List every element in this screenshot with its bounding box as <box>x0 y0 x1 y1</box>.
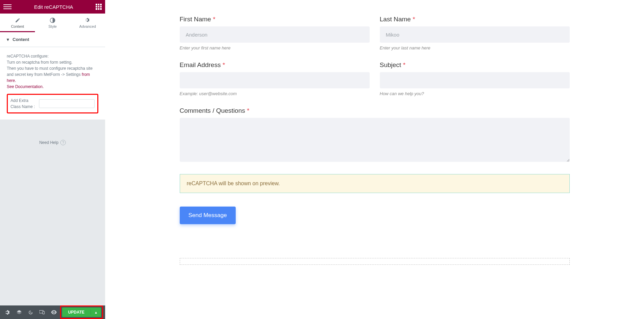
required-asterisk: * <box>247 107 249 114</box>
apps-icon[interactable] <box>96 4 102 10</box>
last-name-input[interactable] <box>380 26 570 43</box>
required-asterisk: * <box>403 61 405 68</box>
sidebar-header: Edit reCAPTCHA <box>0 0 105 14</box>
update-label: UPDATE <box>62 310 91 315</box>
tab-advanced-label: Advanced <box>79 24 96 28</box>
last-name-label: Last Name * <box>380 16 570 23</box>
navigator-icon[interactable] <box>14 305 24 319</box>
email-input[interactable] <box>180 72 370 88</box>
required-asterisk: * <box>213 16 215 23</box>
section-body: reCAPTCHA configure: Turn on recaptcha f… <box>0 47 105 120</box>
preview-icon[interactable] <box>48 305 59 319</box>
required-asterisk: * <box>222 61 225 68</box>
need-help[interactable]: Need Help ? <box>0 140 105 145</box>
comments-field: Comments / Questions * <box>180 107 570 163</box>
subject-label-text: Subject <box>380 61 401 68</box>
comments-input[interactable] <box>180 118 570 162</box>
caret-up-icon[interactable]: ▲ <box>91 311 101 314</box>
svg-rect-2 <box>43 311 44 314</box>
see-doc-link[interactable]: See Documentation. <box>7 84 98 90</box>
update-wrap: UPDATE ▲ <box>60 305 103 319</box>
configure-line2: Turn on recaptcha from form setting. <box>7 59 98 65</box>
comments-label: Comments / Questions * <box>180 107 570 114</box>
section-header-label: Content <box>13 37 29 42</box>
canvas: First Name * Enter your first name here … <box>105 0 644 319</box>
sidebar-tabs: Content Style Advanced <box>0 14 105 32</box>
sidebar-footer: UPDATE ▲ <box>0 305 105 319</box>
first-name-input[interactable] <box>180 26 370 43</box>
tab-style[interactable]: Style <box>35 14 70 32</box>
email-help: Example: user@website.com <box>180 91 370 96</box>
tab-style-label: Style <box>48 24 57 28</box>
configure-line3: Then you have to must configure recaptch… <box>7 66 93 77</box>
sidebar: Edit reCAPTCHA Content Style Advanced ▾ … <box>0 0 105 319</box>
subject-input[interactable] <box>380 72 570 88</box>
extra-class-row: Add Extra Class Name : <box>7 94 98 113</box>
contrast-icon <box>35 18 70 23</box>
email-label: Email Address * <box>180 61 370 69</box>
email-label-text: Email Address <box>180 61 221 68</box>
first-name-help: Enter your first name here <box>180 45 370 50</box>
email-field: Email Address * Example: user@website.co… <box>180 61 370 96</box>
last-name-field: Last Name * Enter your last name here <box>380 16 570 50</box>
extra-class-input[interactable] <box>39 99 95 108</box>
comments-label-text: Comments / Questions <box>180 107 245 114</box>
tab-content-label: Content <box>11 24 24 28</box>
first-name-field: First Name * Enter your first name here <box>180 16 370 50</box>
sidebar-title: Edit reCAPTCHA <box>34 4 73 10</box>
hamburger-icon[interactable] <box>3 3 12 11</box>
history-icon[interactable] <box>25 305 36 319</box>
subject-field: Subject * How can we help you? <box>380 61 570 96</box>
last-name-label-text: Last Name <box>380 16 411 23</box>
caret-down-icon: ▾ <box>7 37 9 42</box>
first-name-label-text: First Name <box>180 16 211 23</box>
last-name-help: Enter your last name here <box>380 45 570 50</box>
help-icon: ? <box>60 140 66 145</box>
required-asterisk: * <box>413 16 415 23</box>
subject-help: How can we help you? <box>380 91 570 96</box>
pencil-icon <box>0 18 35 23</box>
need-help-label: Need Help <box>39 140 59 145</box>
extra-class-label: Add Extra Class Name : <box>11 98 36 110</box>
add-section-placeholder[interactable] <box>180 258 570 265</box>
subject-label: Subject * <box>380 61 570 69</box>
update-button[interactable]: UPDATE ▲ <box>62 307 101 317</box>
gear-icon <box>70 18 105 23</box>
configure-line1: reCAPTCHA configure: <box>7 53 98 59</box>
first-name-label: First Name * <box>180 16 370 23</box>
submit-button[interactable]: Send Message <box>180 207 236 224</box>
settings-icon[interactable] <box>2 305 13 319</box>
section-header-content[interactable]: ▾ Content <box>0 32 105 47</box>
recaptcha-notice: reCAPTCHA will be shown on preview. <box>180 174 570 193</box>
responsive-icon[interactable] <box>37 305 47 319</box>
tab-content[interactable]: Content <box>0 14 35 32</box>
form-area: First Name * Enter your first name here … <box>180 0 570 265</box>
tab-advanced[interactable]: Advanced <box>70 14 105 32</box>
